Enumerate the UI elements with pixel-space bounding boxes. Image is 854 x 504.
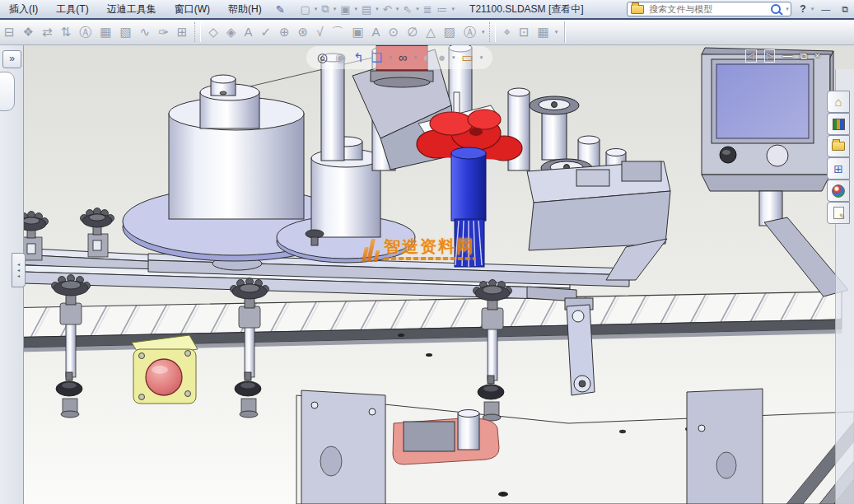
task-pane-tabs: ⌂ ⊞	[827, 91, 849, 224]
new-document-button[interactable]: ▢	[298, 3, 313, 16]
tab-file-explorer[interactable]	[827, 135, 850, 157]
menu-maidi-toolkit[interactable]: 迈迪工具集	[98, 0, 166, 18]
select-cursor-button[interactable]: ⇖	[400, 3, 414, 16]
pin-menu-icon[interactable]: ✎	[271, 3, 290, 16]
layout-block-icon[interactable]: ⊡	[515, 20, 534, 44]
star-component-icon[interactable]: ❖	[19, 20, 38, 44]
solidworks-window: { "ui": { "caret": "▾" }, "app": { "menu…	[0, 0, 854, 504]
zoom-fit-icon[interactable]: ◎	[315, 46, 330, 69]
tab-design-library[interactable]	[827, 113, 850, 135]
chevron-down-icon[interactable]: ▾	[313, 6, 320, 12]
open-document-button[interactable]: ⧉	[319, 2, 331, 16]
maximize-button[interactable]: ⧉	[836, 4, 854, 15]
rebuild-button[interactable]: ≣	[421, 3, 435, 16]
minimize-button[interactable]: —	[815, 4, 836, 14]
assembly-toolbar: ⊟ ❖ ⇄ ⇅ Ⓐ ▦ ▧ ∿ ✑ ⊞ ◇ ◈ A ✓ ⊕ ⊛ √ ⌒ ▣ A …	[0, 20, 854, 45]
upright-plate-right[interactable]	[687, 389, 763, 504]
zoom-area-icon[interactable]: ◉	[333, 46, 348, 69]
menu-help[interactable]: 帮助(H)	[219, 0, 271, 18]
help-button[interactable]: ?	[791, 3, 809, 15]
upright-plate-left[interactable]	[301, 390, 385, 504]
magnifier-2-icon[interactable]: ⊛	[294, 20, 313, 44]
pen-point-icon[interactable]: ✑	[154, 20, 173, 44]
chevron-down-icon[interactable]: ▾	[450, 54, 457, 61]
label-brush-blue[interactable]	[451, 147, 486, 267]
chevron-down-icon[interactable]: ▾	[810, 6, 816, 12]
tab-custom-properties[interactable]	[827, 202, 850, 224]
undo-button[interactable]: ↶	[380, 3, 394, 16]
circle-a-icon[interactable]: Ⓐ	[75, 20, 96, 44]
chevron-down-icon[interactable]: ▾	[480, 29, 487, 35]
circled-a-icon[interactable]: Ⓐ	[460, 20, 480, 44]
swap-vertical-icon[interactable]: ⇅	[57, 20, 76, 44]
doc-restore-button[interactable]: ⧉	[800, 50, 807, 62]
custom-properties-icon	[833, 207, 844, 219]
tab-view-palette[interactable]: ⊞	[827, 157, 850, 180]
pattern-grid-icon[interactable]: ▦	[96, 20, 115, 44]
doc-minimize-button[interactable]: —	[782, 50, 792, 62]
view-orientation-cube-icon[interactable]: ❑	[369, 46, 385, 69]
target-crosshair-icon[interactable]: ⌖	[499, 20, 514, 44]
search-icon[interactable]	[771, 4, 781, 14]
chevron-down-icon[interactable]: ▾	[450, 6, 457, 12]
search-input[interactable]	[647, 3, 768, 15]
chevron-down-icon[interactable]: ▾	[553, 29, 560, 35]
display-style-icon[interactable]: ∞	[396, 46, 410, 69]
tab-home[interactable]: ⌂	[827, 91, 850, 113]
print-document-button[interactable]: ▤	[359, 3, 374, 16]
auto-balloon-icon[interactable]: ◈	[222, 20, 240, 44]
apply-scene-icon[interactable]: ▭	[460, 46, 476, 69]
appearances-sphere-icon	[832, 184, 845, 198]
spell-check-icon[interactable]: ✓	[256, 20, 275, 44]
toolbar-end-divider	[564, 21, 565, 43]
tab-appearances-scenes[interactable]	[827, 180, 850, 202]
chevron-down-icon[interactable]: ▾	[332, 6, 338, 12]
chevron-down-icon[interactable]: ▾	[412, 54, 418, 61]
chevron-down-icon[interactable]: ▾	[374, 6, 380, 12]
chevron-down-icon[interactable]: ▾	[387, 54, 394, 61]
balloon-icon[interactable]: ◇	[204, 20, 222, 44]
feature-manager-tab[interactable]	[0, 72, 15, 111]
menu-window[interactable]: 窗口(W)	[166, 0, 219, 18]
surface-finish-icon[interactable]: √	[312, 20, 327, 44]
table-grid-icon[interactable]: ▦	[534, 20, 553, 44]
edit-appearance-icon[interactable]: ●	[436, 46, 448, 69]
folder-icon	[832, 142, 845, 151]
menu-tools[interactable]: 工具(T)	[47, 0, 97, 18]
curve-arrow-icon[interactable]: ⌒	[327, 20, 348, 44]
save-document-button[interactable]: ▣	[338, 3, 352, 16]
triangle-1-icon[interactable]: △	[422, 20, 440, 44]
chevron-down-icon[interactable]: ▾	[414, 6, 421, 12]
search-box[interactable]: ▾	[627, 2, 791, 16]
swap-horizontal-icon[interactable]: ⇄	[38, 20, 57, 44]
document-window-controls: ◁ ▷ — ⧉ ×	[745, 49, 820, 63]
circled-au-icon[interactable]: ⊙	[385, 20, 404, 44]
arrow-right-button[interactable]: ▷	[764, 49, 776, 63]
3d-viewport[interactable]	[0, 45, 854, 504]
folder-icon	[631, 5, 644, 14]
arrow-left-button[interactable]: ◁	[745, 49, 757, 63]
chevron-down-icon[interactable]: ▾	[352, 6, 359, 12]
note-icon[interactable]: A	[240, 20, 256, 44]
boxed-target-icon[interactable]: ▣	[348, 20, 367, 44]
expand-panel-button[interactable]: »	[2, 50, 21, 68]
hide-show-items-icon[interactable]: ◐	[421, 46, 433, 69]
chevron-down-icon[interactable]: ▾	[784, 6, 791, 12]
chevron-down-icon[interactable]: ▾	[394, 6, 401, 12]
datum-a-icon[interactable]: A	[368, 20, 385, 44]
menu-insert[interactable]: 插入(I)	[0, 0, 47, 18]
chevron-down-icon[interactable]: ▾	[478, 54, 485, 61]
pane-grid-icon[interactable]: ⊟	[0, 20, 19, 44]
toolbar-separator	[489, 22, 496, 42]
u-diameter-icon[interactable]: ∅	[403, 20, 422, 44]
emergency-stop-box[interactable]	[132, 335, 198, 404]
doc-close-button[interactable]: ×	[814, 50, 820, 62]
wave-icon[interactable]: ∿	[136, 20, 155, 44]
picture-frame-icon[interactable]: ▧	[115, 20, 135, 44]
hatch-square-icon[interactable]: ▨	[440, 20, 460, 44]
tree-list-icon[interactable]: ⊞	[173, 20, 192, 44]
panel-splitter-grip[interactable]: ◂ ◂ ◂	[12, 253, 26, 287]
view-previous-icon[interactable]: ↰	[351, 46, 366, 69]
options-button[interactable]: ≔	[435, 3, 450, 16]
magnifier-1-icon[interactable]: ⊕	[275, 20, 294, 44]
